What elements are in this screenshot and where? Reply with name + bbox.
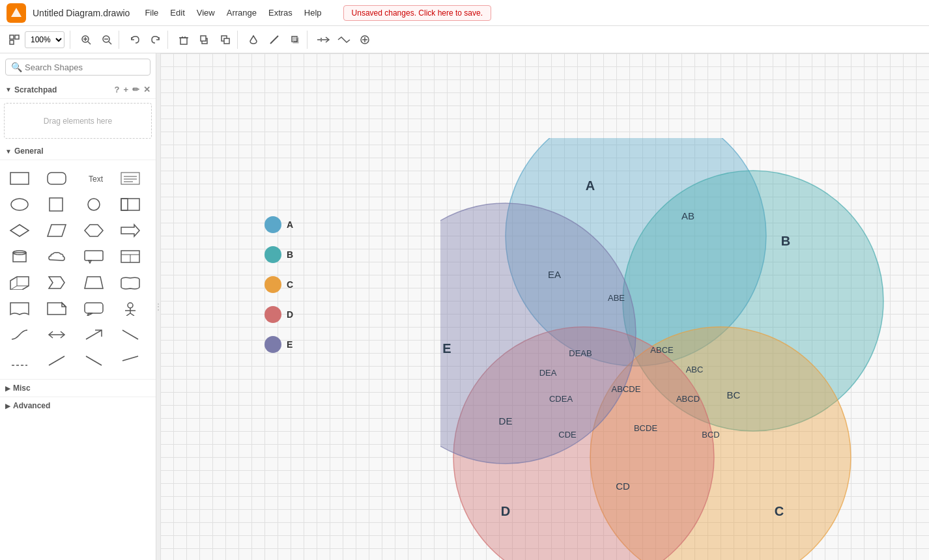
redo-button[interactable] [147, 31, 165, 49]
svg-marker-39 [10, 225, 29, 236]
svg-rect-45 [85, 251, 103, 260]
undo-button[interactable] [126, 31, 144, 49]
toolbar-zoom-group: 100% 75% 50% 150% [5, 31, 70, 49]
delete-button[interactable] [175, 31, 193, 49]
shape-person[interactable] [116, 297, 145, 320]
venn-label-bcde: BCDE [634, 423, 657, 433]
shape-cylinder[interactable] [5, 245, 34, 268]
shape-circle[interactable] [79, 193, 108, 216]
svg-rect-30 [121, 173, 139, 184]
zoom-out-button[interactable] [98, 31, 116, 49]
shape-line-diag[interactable] [116, 349, 145, 372]
shape-ellipse[interactable] [5, 193, 34, 216]
svg-rect-27 [10, 173, 29, 184]
to-front-button[interactable] [195, 31, 214, 49]
shape-parallelogram[interactable] [42, 219, 71, 242]
svg-line-52 [10, 286, 17, 290]
toolbar-format-button[interactable] [5, 31, 23, 49]
advanced-title[interactable]: ▶ Advanced [5, 401, 150, 410]
menu-extras[interactable]: Extras [263, 6, 298, 20]
shape-textbox[interactable] [116, 167, 145, 190]
shape-arrow-right[interactable] [116, 219, 145, 242]
shape-arrow-45[interactable] [79, 323, 108, 346]
shape-rounded-rect[interactable] [42, 167, 71, 190]
svg-rect-16 [201, 36, 206, 41]
zoom-select[interactable]: 100% 75% 50% 150% [25, 31, 64, 48]
shadow-button[interactable] [286, 31, 304, 49]
help-icon[interactable]: ? [114, 85, 119, 94]
shape-process[interactable] [42, 271, 71, 294]
legend-label-b: B [287, 249, 293, 260]
to-back-button[interactable] [216, 31, 235, 49]
svg-line-67 [122, 330, 138, 339]
menu-bar: FileEditViewArrangeExtrasHelp [139, 6, 326, 20]
venn-label-cde: CDE [558, 430, 577, 440]
shapes-grid: Text [5, 164, 150, 375]
toolbar: 100% 75% 50% 150% [0, 26, 929, 53]
zoom-in-button[interactable] [77, 31, 95, 49]
misc-title[interactable]: ▶ Misc [5, 384, 150, 393]
shape-line[interactable] [116, 323, 145, 346]
shape-hexagon[interactable] [79, 219, 108, 242]
venn-label-abce: ABCE [650, 345, 674, 355]
shape-note[interactable] [42, 297, 71, 320]
venn-label-a: A [586, 178, 595, 193]
history-group [123, 31, 168, 49]
search-box[interactable]: 🔍 [5, 59, 150, 76]
search-input[interactable] [25, 63, 145, 72]
line-color-button[interactable] [265, 31, 283, 49]
zoom-buttons-group [74, 31, 119, 49]
menu-view[interactable]: View [192, 6, 220, 20]
shape-table[interactable] [116, 245, 145, 268]
svg-marker-0 [11, 8, 21, 17]
add-button[interactable] [356, 31, 374, 49]
shape-double-arrow[interactable] [42, 323, 71, 346]
shape-callout[interactable] [79, 245, 108, 268]
shape-swim-lane[interactable] [116, 193, 145, 216]
waypoint-button[interactable] [335, 31, 353, 49]
svg-rect-58 [85, 303, 103, 313]
canvas[interactable]: ABCDE ABCDEABEAABEBCDEDEABABCEDEAABCCDEA… [160, 53, 929, 560]
shape-text[interactable]: Text [79, 167, 108, 190]
shape-trapezoid[interactable] [79, 271, 108, 294]
svg-rect-11 [180, 38, 187, 44]
shape-line-2[interactable] [42, 349, 71, 372]
scratchpad-section-header[interactable]: ▼ Scratchpad ? + ✏ ✕ [0, 81, 156, 99]
sidebar: 🔍 ▼ Scratchpad ? + ✏ ✕ Drag elements her… [0, 53, 156, 560]
advanced-arrow: ▶ [5, 402, 10, 410]
svg-point-34 [11, 199, 28, 210]
fill-color-button[interactable] [244, 31, 263, 49]
scratchpad-drop-area[interactable]: Drag elements here [4, 103, 152, 139]
shape-document[interactable] [5, 297, 34, 320]
venn-svg: ABCDEABEAABEBCDEDEABABCEDEAABCCDEAABCDEA… [440, 138, 896, 560]
shape-square[interactable] [42, 193, 71, 216]
connector-button[interactable] [314, 31, 332, 49]
unsaved-badge[interactable]: Unsaved changes. Click here to save. [343, 5, 491, 21]
edit-scratchpad-icon[interactable]: ✏ [132, 85, 139, 94]
shape-dashed-line[interactable] [5, 349, 34, 372]
edit-group [172, 31, 238, 49]
shape-speech-bubble[interactable] [79, 297, 108, 320]
shape-banner[interactable] [116, 271, 145, 294]
menu-edit[interactable]: Edit [165, 6, 190, 20]
svg-rect-43 [13, 253, 26, 262]
shape-s-curve[interactable] [5, 323, 34, 346]
titlebar: Untitled Diagram.drawio FileEditViewArra… [0, 0, 929, 26]
shape-cloud[interactable] [42, 245, 71, 268]
menu-help[interactable]: Help [299, 6, 327, 20]
shape-rectangle[interactable] [5, 167, 34, 190]
menu-file[interactable]: File [139, 6, 164, 20]
close-scratchpad-icon[interactable]: ✕ [143, 85, 150, 94]
shape-diamond[interactable] [5, 219, 34, 242]
svg-marker-41 [85, 225, 103, 236]
legend-label-c: C [287, 279, 293, 290]
svg-line-70 [86, 356, 102, 365]
general-section-header[interactable]: ▼ General [0, 143, 156, 160]
scratchpad-hint: Drag elements here [44, 117, 112, 126]
shape-line-3[interactable] [79, 349, 108, 372]
add-scratchpad-icon[interactable]: + [123, 85, 128, 94]
app-title: Untitled Diagram.drawio [33, 8, 130, 18]
menu-arrange[interactable]: Arrange [222, 6, 262, 20]
shape-box3d[interactable] [5, 271, 34, 294]
svg-line-66 [86, 330, 102, 339]
